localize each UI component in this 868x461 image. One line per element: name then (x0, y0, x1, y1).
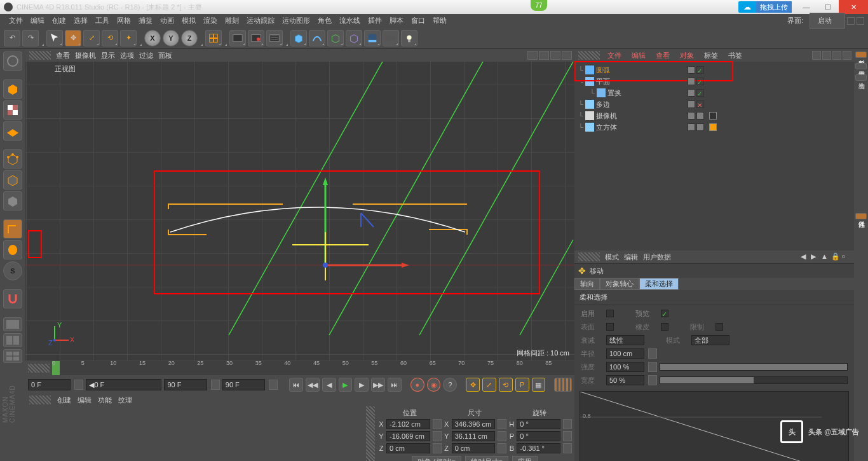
am-menu-edit[interactable]: 编辑 (624, 252, 638, 262)
stepper[interactable] (74, 380, 83, 390)
workplane-mode[interactable] (3, 121, 22, 141)
mat-create[interactable]: 创建 (57, 396, 71, 405)
undo-button[interactable]: ↶ (4, 30, 20, 46)
play-button[interactable]: ▶ (339, 378, 353, 392)
timeline[interactable]: 051015202530354045505560657075808590 (25, 361, 574, 376)
move-tool[interactable]: ✥ (65, 30, 81, 46)
stepper[interactable] (211, 380, 220, 390)
vp-menu-display[interactable]: 显示 (101, 51, 115, 60)
frame-end-a[interactable]: 90 F (164, 379, 207, 390)
key-rot[interactable]: ⟲ (499, 378, 513, 392)
tweak-mode[interactable] (3, 240, 22, 259)
viewport-4[interactable] (3, 349, 22, 363)
object-manager[interactable]: └圆弧-平面└置换└多边└摄像机└立方体 (574, 62, 854, 251)
size-y-input[interactable]: 36.111 cm (452, 431, 496, 441)
om-menu-edit[interactable]: 编辑 (629, 51, 648, 60)
menu-sculpt[interactable]: 雕刻 (221, 14, 243, 27)
menu-tools[interactable]: 工具 (92, 14, 113, 27)
snap-toggle[interactable]: S (3, 261, 22, 280)
viewport-1[interactable] (3, 317, 22, 331)
om-home-icon[interactable] (822, 51, 831, 60)
axis-z-toggle[interactable]: Z (181, 30, 198, 46)
add-spline[interactable] (309, 30, 325, 46)
strength-input[interactable]: 100 % (606, 362, 644, 372)
om-eye-icon[interactable] (832, 51, 841, 60)
menu-mesh[interactable]: 网格 (113, 14, 135, 27)
vtab-3[interactable]: 构造 (855, 74, 867, 81)
model-mode[interactable] (3, 79, 22, 99)
grip-icon[interactable] (29, 396, 51, 404)
add-generator[interactable] (327, 30, 344, 46)
rotate-tool[interactable]: ⟲ (102, 30, 118, 46)
am-menu-user[interactable]: 用户数据 (643, 252, 671, 262)
next-key[interactable]: ▶▶ (371, 378, 385, 392)
rot-p-input[interactable]: 0 ° (517, 431, 560, 441)
goto-start[interactable]: ⏮ (289, 378, 303, 392)
texture-mode[interactable] (3, 100, 22, 120)
tab-axis[interactable]: 轴向 (574, 278, 600, 290)
frame-current[interactable]: ◀ 0 F (86, 379, 161, 390)
om-menu-bm[interactable]: 书签 (726, 51, 745, 60)
render-settings[interactable] (266, 30, 283, 46)
menu-create[interactable]: 创建 (48, 14, 70, 27)
rot-h-input[interactable]: 0 ° (517, 419, 560, 429)
om-menu-tags[interactable]: 标签 (702, 51, 721, 60)
poly-mode[interactable] (3, 191, 22, 210)
stepper[interactable] (269, 380, 278, 390)
enable-check[interactable] (606, 310, 614, 317)
vtab-1[interactable]: 对象 (855, 52, 867, 58)
next-frame[interactable]: ▶ (355, 378, 369, 392)
close-button[interactable]: ✕ (839, 0, 868, 14)
pin-icon[interactable]: ○ (841, 252, 850, 261)
render-region[interactable] (248, 30, 264, 46)
nav-back-icon[interactable]: ◀ (801, 252, 810, 261)
grip-icon[interactable] (366, 406, 375, 461)
vp-nav-3[interactable] (550, 51, 560, 60)
vp-menu-panel[interactable]: 面板 (158, 51, 172, 60)
om-row-摄像机[interactable]: └摄像机 (577, 110, 851, 121)
autokey-button[interactable]: ◉ (427, 378, 441, 392)
point-mode[interactable] (3, 149, 22, 169)
lock-icon[interactable]: 🔒 (831, 252, 840, 261)
redo-button[interactable]: ↷ (22, 30, 39, 46)
axis-y-toggle[interactable]: Y (163, 30, 179, 46)
timeline-dope[interactable] (554, 378, 572, 392)
add-environment[interactable] (364, 30, 381, 46)
menu-window[interactable]: 窗口 (407, 14, 429, 27)
add-deformer[interactable] (346, 30, 362, 46)
strength-slider[interactable] (660, 363, 848, 371)
size-mode-select[interactable]: 绝对尺寸 ▾ (465, 456, 508, 461)
layout-select[interactable]: 启动 (810, 13, 845, 29)
om-search-icon[interactable] (812, 51, 821, 60)
om-row-多边[interactable]: └多边 (577, 99, 851, 110)
apply-button[interactable]: 应用 (512, 456, 538, 461)
menu-snap[interactable]: 捕捉 (135, 14, 156, 27)
record-button[interactable]: ● (410, 378, 424, 392)
editable-icon[interactable] (3, 52, 22, 71)
select-tool[interactable] (46, 30, 63, 46)
surface-check[interactable] (606, 323, 614, 331)
vtab-2[interactable]: 内容浏览器 (855, 63, 867, 69)
mat-tex[interactable]: 纹理 (118, 396, 132, 405)
menu-edit[interactable]: 编辑 (27, 14, 48, 27)
grip-icon[interactable] (578, 252, 600, 261)
add-light[interactable] (401, 30, 417, 46)
radius-input[interactable]: 100 cm (606, 348, 644, 359)
mat-func[interactable]: 功能 (98, 396, 112, 405)
coord-system[interactable] (205, 30, 222, 46)
vp-nav-2[interactable] (539, 51, 549, 60)
nav-up-icon[interactable]: ▲ (821, 252, 830, 261)
add-cube[interactable] (290, 30, 307, 46)
key-param[interactable]: P (515, 378, 529, 392)
pos-x-input[interactable]: -2.102 cm (386, 419, 430, 429)
vp-menu-view[interactable]: 查看 (56, 51, 70, 60)
falloff-select[interactable]: 线性 (606, 335, 644, 345)
vp-menu-camera[interactable]: 摄像机 (75, 51, 96, 60)
key-pos[interactable]: ✥ (466, 378, 480, 392)
prev-frame[interactable]: ◀ (322, 378, 336, 392)
axis-mode[interactable] (3, 219, 22, 238)
lasttool-button[interactable]: ✦ (120, 30, 137, 46)
nav-fwd-icon[interactable]: ▶ (811, 252, 820, 261)
goto-end[interactable]: ⏭ (388, 378, 402, 392)
mat-edit[interactable]: 编辑 (78, 396, 92, 405)
